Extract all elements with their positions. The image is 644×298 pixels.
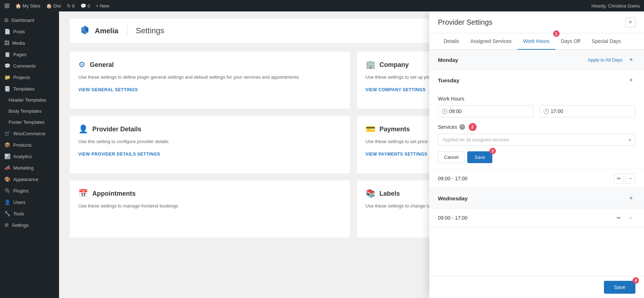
admin-bar-updates[interactable]: ↻ 6 bbox=[67, 3, 75, 9]
labels-title: Labels bbox=[380, 190, 400, 197]
sidebar-item-body-templates[interactable]: Body Templates bbox=[0, 106, 59, 117]
services-label: Services ? 2 bbox=[438, 123, 635, 131]
sidebar-item-users[interactable]: 👤 Users bbox=[0, 196, 59, 208]
amelia-logo: Amelia bbox=[78, 24, 118, 37]
settings-icon: ⚙ bbox=[4, 222, 9, 228]
sidebar-item-footer-templates[interactable]: Footer Templates bbox=[0, 117, 59, 128]
sidebar-item-marketing[interactable]: 📣 Marketing bbox=[0, 162, 59, 174]
panel-footer: Save 4 bbox=[429, 276, 644, 298]
form-actions: Cancel Save 3 bbox=[438, 151, 635, 163]
cancel-button[interactable]: Cancel bbox=[438, 151, 464, 163]
tuesday-actions: + bbox=[627, 76, 635, 84]
wednesday-actions: + bbox=[627, 194, 635, 202]
sidebar-item-posts[interactable]: 📄 Posts bbox=[0, 26, 59, 37]
sidebar-item-comments[interactable]: 💬 Comments bbox=[0, 60, 59, 72]
tab-assigned-services[interactable]: Assigned Services bbox=[465, 33, 517, 50]
admin-bar-new[interactable]: + New bbox=[96, 3, 109, 9]
panel-title: Provider Settings bbox=[438, 18, 492, 26]
sidebar-item-header-templates[interactable]: Header Templates bbox=[0, 94, 59, 106]
panel-body: Monday Apply to All Days + Tuesday + bbox=[429, 50, 644, 276]
admin-bar-comments[interactable]: 💬 0 bbox=[80, 3, 90, 9]
sidebar-item-woocommerce[interactable]: 🛒 WooCommerce bbox=[0, 128, 59, 139]
tab-details[interactable]: Details bbox=[438, 33, 465, 50]
analytics-icon: 📊 bbox=[4, 153, 10, 159]
wednesday-slot-time: 09:00 - 17:00 bbox=[438, 215, 468, 221]
users-icon: 👤 bbox=[4, 199, 10, 205]
save-slot-button[interactable]: Save 3 bbox=[467, 151, 492, 163]
wednesday-add-button[interactable]: + bbox=[627, 194, 635, 202]
general-link[interactable]: VIEW GENERAL SETTINGS bbox=[78, 87, 138, 92]
panel-close-button[interactable]: × bbox=[625, 17, 635, 27]
sidebar-item-pages[interactable]: 📋 Pages bbox=[0, 49, 59, 60]
content-area: Amelia Settings ⚙ General Use these sett… bbox=[59, 11, 644, 298]
sidebar-item-media[interactable]: 🖼 Media bbox=[0, 37, 59, 49]
sidebar-item-settings[interactable]: ⚙ Settings bbox=[0, 219, 59, 231]
provider-title: Provider Details bbox=[92, 126, 141, 133]
media-icon: 🖼 bbox=[4, 40, 9, 46]
projects-icon: 📁 bbox=[4, 74, 10, 80]
day-header-monday: Monday Apply to All Days + bbox=[429, 50, 644, 70]
tab-work-hours[interactable]: Work Hours 1 bbox=[517, 33, 555, 50]
labels-icon: 📚 bbox=[366, 189, 375, 198]
card-header-appointments: 📅 Appointments bbox=[78, 189, 341, 198]
sidebar: ⊞ Dashboard 📄 Posts 🖼 Media 📋 Pages 💬 Co… bbox=[0, 11, 59, 298]
payments-link[interactable]: VIEW PAYMENTS SETTINGS bbox=[366, 152, 428, 157]
admin-bar-divi[interactable]: 🏠 Divi bbox=[46, 3, 61, 9]
end-time-input[interactable] bbox=[540, 105, 635, 117]
products-icon: 📦 bbox=[4, 142, 10, 148]
services-select-wrap: Applied for all assigned services ▾ bbox=[438, 134, 635, 146]
header-divider bbox=[127, 25, 127, 36]
monday-slot-delete-button[interactable]: − bbox=[625, 174, 635, 184]
payments-title: Payments bbox=[380, 126, 410, 133]
tuesday-add-button[interactable]: + bbox=[627, 76, 635, 84]
tools-icon: 🔧 bbox=[4, 211, 10, 216]
card-header-provider: 👤 Provider Details bbox=[78, 124, 341, 134]
monday-add-button[interactable]: + bbox=[627, 55, 635, 64]
sidebar-item-templates[interactable]: 📑 Templates bbox=[0, 83, 59, 94]
wednesday-slot-delete-button[interactable]: − bbox=[625, 213, 635, 223]
comments-icon: 💬 bbox=[80, 3, 86, 9]
general-desc: Use these settings to define plugin gene… bbox=[78, 74, 341, 81]
services-select[interactable]: Applied for all assigned services bbox=[438, 134, 635, 146]
panel-tabs: Details Assigned Services Work Hours 1 D… bbox=[429, 33, 644, 50]
woocommerce-icon: 🛒 bbox=[4, 131, 10, 136]
settings-card-appointments: 📅 Appointments Use these settings to man… bbox=[70, 180, 350, 238]
start-time-input[interactable] bbox=[438, 105, 534, 117]
settings-card-provider: 👤 Provider Details Use this setting to c… bbox=[70, 116, 350, 173]
monday-time-slot: 09:00 - 17:00 ✏ − bbox=[429, 169, 644, 188]
sidebar-item-dashboard[interactable]: ⊞ Dashboard bbox=[0, 14, 59, 26]
monday-slot-edit-button[interactable]: ✏ bbox=[614, 174, 624, 184]
monday-slot-time: 09:00 - 17:00 bbox=[438, 176, 468, 181]
provider-desc: Use this setting to configure provider d… bbox=[78, 138, 341, 145]
sidebar-item-appearance[interactable]: 🎨 Appearance bbox=[0, 174, 59, 185]
provider-settings-panel: Provider Settings × Details Assigned Ser… bbox=[429, 11, 644, 298]
apply-all-days-link[interactable]: Apply to All Days bbox=[587, 57, 623, 63]
tuesday-label: Tuesday bbox=[438, 77, 459, 83]
day-section-monday: Monday Apply to All Days + Tuesday + bbox=[429, 50, 644, 188]
provider-link[interactable]: VIEW PROVIDER DETAILS SETTINGS bbox=[78, 152, 160, 157]
services-help-icon[interactable]: ? bbox=[459, 124, 465, 130]
company-link[interactable]: VIEW COMPANY SETTINGS bbox=[366, 87, 426, 92]
tab-badge-1: 1 bbox=[553, 30, 560, 37]
tab-special-days[interactable]: Special Days bbox=[586, 33, 627, 50]
monday-label: Monday bbox=[438, 57, 458, 63]
tab-days-off[interactable]: Days Off bbox=[555, 33, 586, 50]
sidebar-item-tools[interactable]: 🔧 Tools bbox=[0, 208, 59, 219]
admin-bar-my-sites[interactable]: 🏠 My Sites bbox=[15, 3, 40, 9]
sidebar-item-products[interactable]: 📦 Products bbox=[0, 139, 59, 151]
wp-logo-icon[interactable]: ⊞ bbox=[4, 2, 10, 10]
sidebar-item-analytics[interactable]: 📊 Analytics bbox=[0, 151, 59, 162]
start-time-wrap: 🕐 bbox=[438, 105, 534, 117]
monday-slot-actions: ✏ − bbox=[614, 174, 635, 184]
form-badge-2: 2 bbox=[469, 123, 477, 131]
sidebar-item-plugins[interactable]: 🔌 Plugins bbox=[0, 185, 59, 196]
work-hours-form-label: Work Hours bbox=[438, 96, 635, 102]
wednesday-slot-edit-button[interactable]: ✏ bbox=[614, 213, 624, 223]
panel-save-button[interactable]: Save 4 bbox=[604, 281, 635, 294]
sidebar-item-projects[interactable]: 📁 Projects bbox=[0, 72, 59, 83]
end-time-wrap: 🕐 bbox=[540, 105, 635, 117]
appointments-title: Appointments bbox=[92, 190, 136, 197]
clock-start-icon: 🕐 bbox=[441, 108, 448, 114]
day-section-wednesday: Wednesday + 09:00 - 17:00 ✏ − bbox=[429, 188, 644, 228]
admin-bar-user: Howdy, Christina Gwira bbox=[591, 3, 640, 9]
